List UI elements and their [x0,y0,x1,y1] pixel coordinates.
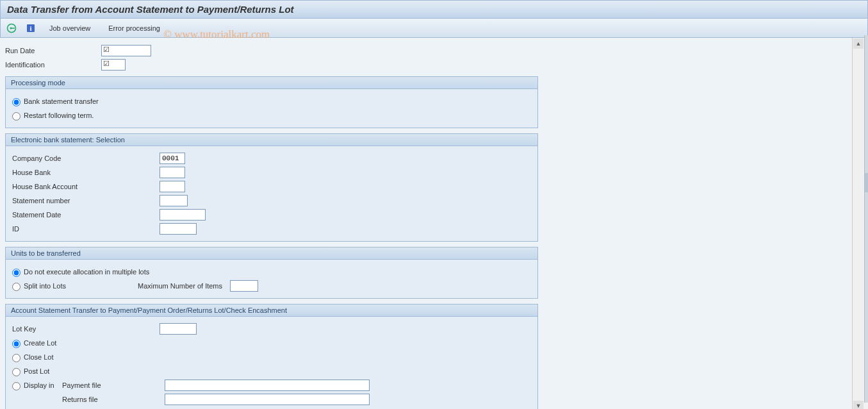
run-date-input[interactable]: ☑ [101,45,151,56]
scroll-up-icon[interactable]: ▲ [853,38,864,49]
restart-following-term-label: Restart following term. [24,112,94,119]
resize-handle-icon[interactable] [865,173,868,192]
house-bank-input[interactable] [160,167,185,178]
transfer-title: Account Statement Transfer to Payment/Pa… [6,305,537,317]
close-lot-radio[interactable] [12,354,20,362]
statement-date-label: Statement Date [12,211,160,219]
post-lot-label: Post Lot [24,367,49,375]
no-multiple-lots-label: Do not execute allocation in multiple lo… [24,268,149,276]
transfer-group: Account Statement Transfer to Payment/Pa… [5,304,538,409]
payment-file-input[interactable] [165,380,370,391]
company-code-input[interactable] [160,153,185,164]
split-into-lots-radio[interactable] [12,283,20,291]
window-title-bar: Data Transfer from Account Statement to … [0,0,868,19]
create-lot-radio[interactable] [12,340,20,348]
statement-number-label: Statement number [12,197,160,204]
close-lot-label: Close Lot [24,353,53,361]
svg-text:i: i [29,24,31,32]
payment-file-label: Payment file [62,381,165,389]
statement-date-input[interactable] [160,209,206,221]
statement-number-input[interactable] [160,195,188,206]
required-check-icon: ☑ [103,60,110,68]
display-in-label: Display in [24,381,62,389]
max-items-input[interactable] [230,280,258,292]
execute-icon[interactable] [6,22,17,34]
run-date-label: Run Date [5,47,101,54]
display-in-radio[interactable] [12,382,20,390]
create-lot-label: Create Lot [24,339,56,347]
no-multiple-lots-radio[interactable] [12,269,20,277]
max-items-label: Maximum Number of Items [138,282,222,290]
restart-following-term-radio[interactable] [12,112,20,121]
id-label: ID [12,225,160,233]
ebs-selection-title: Electronic bank statement: Selection [6,134,537,146]
info-icon[interactable]: i [25,22,37,34]
error-processing-button[interactable]: Error processing [103,23,165,33]
application-toolbar: i Job overview Error processing [0,19,868,38]
ebs-selection-group: Electronic bank statement: Selection Com… [5,133,538,242]
post-lot-radio[interactable] [12,368,20,376]
processing-mode-title: Processing mode [6,77,537,89]
job-overview-button[interactable]: Job overview [44,23,95,33]
main-content: Run Date ☑ Identification ☑ Processing m… [0,38,852,409]
right-resize-strip [864,35,868,403]
page-title: Data Transfer from Account Statement to … [7,4,294,15]
lot-key-label: Lot Key [12,325,160,333]
company-code-label: Company Code [12,154,160,162]
bank-statement-transfer-radio[interactable] [12,98,20,106]
required-check-icon: ☑ [103,46,110,54]
returns-file-label: Returns file [62,396,165,403]
id-input[interactable] [160,223,197,235]
lot-key-input[interactable] [160,323,197,335]
vertical-scrollbar[interactable]: ▲ ▼ [852,38,864,409]
split-into-lots-label: Split into Lots [24,282,138,290]
bank-statement-transfer-label: Bank statement transfer [24,97,99,105]
returns-file-input[interactable] [165,394,370,405]
processing-mode-group: Processing mode Bank statement transfer … [5,76,538,128]
house-bank-account-label: House Bank Account [12,183,160,190]
house-bank-account-input[interactable] [160,181,185,192]
house-bank-label: House Bank [12,169,160,176]
scroll-down-icon[interactable]: ▼ [853,401,864,409]
units-group: Units to be transferred Do not execute a… [5,247,538,299]
identification-label: Identification [5,61,101,69]
units-title: Units to be transferred [6,247,537,260]
identification-input[interactable]: ☑ [101,59,126,71]
